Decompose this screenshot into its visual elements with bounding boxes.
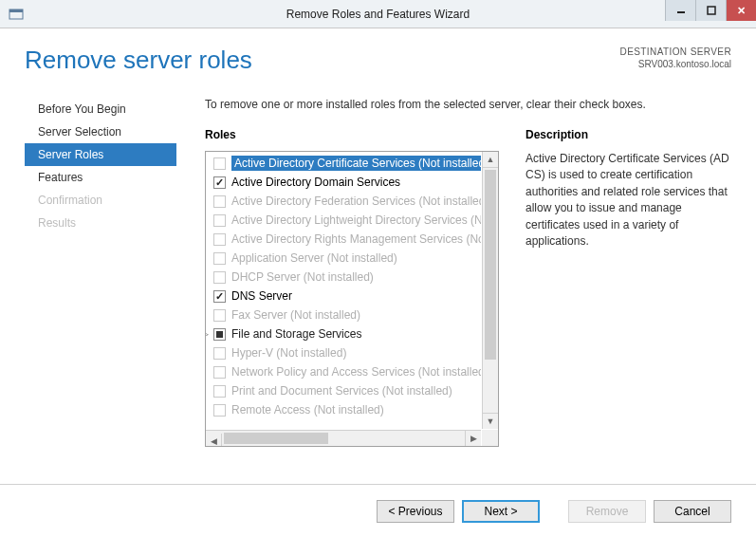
button-bar: < Previous Next > Remove Cancel — [0, 484, 756, 537]
scroll-down-arrow-icon[interactable]: ▼ — [483, 413, 498, 429]
next-button[interactable]: Next > — [462, 500, 540, 523]
role-checkbox[interactable] — [213, 290, 226, 303]
role-row[interactable]: Print and Document Services (Not install… — [206, 381, 481, 400]
close-button[interactable]: ✕ — [726, 0, 756, 21]
window-title: Remove Roles and Features Wizard — [0, 8, 756, 21]
role-label: Remote Access (Not installed) — [231, 403, 384, 417]
role-checkbox — [213, 195, 226, 208]
role-checkbox — [213, 385, 226, 398]
role-checkbox — [213, 157, 226, 170]
scroll-thumb-h[interactable] — [224, 433, 328, 444]
role-checkbox — [213, 271, 226, 284]
scroll-right-arrow-icon[interactable]: ▶ — [465, 431, 481, 447]
role-label: Fax Server (Not installed) — [231, 308, 360, 322]
role-checkbox — [213, 309, 226, 322]
destination-value: SRV003.kontoso.local — [620, 58, 731, 70]
role-label: Active Directory Lightweight Directory S… — [231, 213, 481, 227]
role-label: Active Directory Domain Services — [231, 176, 400, 189]
titlebar: Remove Roles and Features Wizard ✕ — [0, 0, 756, 28]
role-checkbox[interactable] — [213, 176, 226, 189]
svg-rect-1 — [9, 9, 23, 12]
role-row[interactable]: Active Directory Lightweight Directory S… — [206, 211, 481, 230]
scroll-thumb[interactable] — [485, 170, 496, 360]
role-label: Print and Document Services (Not install… — [231, 384, 452, 398]
role-row[interactable]: Hyper-V (Not installed) — [206, 343, 481, 362]
sidebar-item-confirmation: Confirmation — [25, 189, 176, 212]
expand-icon[interactable]: ▷ — [206, 329, 212, 339]
role-row[interactable]: Active Directory Rights Management Servi… — [206, 230, 481, 249]
scroll-corner — [482, 430, 498, 446]
role-label: Active Directory Rights Management Servi… — [231, 232, 481, 246]
role-label: Application Server (Not installed) — [231, 251, 397, 265]
roles-listbox[interactable]: Active Directory Certificate Services (N… — [205, 151, 499, 447]
remove-button: Remove — [568, 500, 646, 523]
role-row[interactable]: Active Directory Domain Services — [206, 173, 481, 192]
svg-rect-3 — [708, 7, 715, 14]
page-title: Remove server roles — [25, 46, 252, 75]
role-label: Hyper-V (Not installed) — [231, 346, 346, 360]
scroll-up-arrow-icon[interactable]: ▲ — [483, 152, 498, 168]
role-checkbox — [213, 366, 226, 379]
app-icon — [8, 6, 25, 23]
role-checkbox — [213, 252, 226, 265]
role-checkbox — [213, 404, 226, 417]
role-label: DHCP Server (Not installed) — [231, 270, 374, 284]
role-row[interactable]: DHCP Server (Not installed) — [206, 268, 481, 287]
instruction-text: To remove one or more installed roles fr… — [205, 98, 731, 111]
sidebar-item-results: Results — [25, 212, 176, 234]
previous-button[interactable]: < Previous — [377, 500, 454, 523]
role-row[interactable]: Remote Access (Not installed) — [206, 400, 481, 419]
role-checkbox — [213, 233, 226, 246]
role-label: Active Directory Federation Services (No… — [231, 194, 481, 208]
role-row[interactable]: Active Directory Certificate Services (N… — [206, 154, 481, 173]
sidebar-item-features[interactable]: Features — [25, 166, 176, 189]
role-checkbox — [213, 214, 226, 227]
sidebar-item-server-roles[interactable]: Server Roles — [25, 143, 176, 166]
role-checkbox[interactable] — [213, 328, 226, 341]
description-text: Active Directory Certificate Services (A… — [526, 151, 731, 250]
maximize-button[interactable] — [695, 0, 726, 21]
roles-heading: Roles — [205, 128, 499, 141]
role-row[interactable]: DNS Server — [206, 287, 481, 306]
description-heading: Description — [526, 128, 731, 141]
role-row[interactable]: Fax Server (Not installed) — [206, 306, 481, 324]
wizard-sidebar: Before You BeginServer SelectionServer R… — [25, 98, 176, 447]
minimize-button[interactable] — [665, 0, 695, 21]
sidebar-item-before-you-begin[interactable]: Before You Begin — [25, 98, 176, 120]
sidebar-item-server-selection[interactable]: Server Selection — [25, 120, 176, 143]
role-row[interactable]: Application Server (Not installed) — [206, 249, 481, 268]
role-label: DNS Server — [231, 289, 292, 303]
destination-server-block: DESTINATION SERVER SRV003.kontoso.local — [620, 46, 731, 70]
role-label: Active Directory Certificate Services (N… — [231, 156, 481, 171]
role-checkbox — [213, 347, 226, 360]
role-label: Network Policy and Access Services (Not … — [231, 365, 481, 379]
role-row[interactable]: Network Policy and Access Services (Not … — [206, 362, 481, 381]
scroll-left-arrow-icon[interactable]: ◀ — [206, 434, 222, 447]
cancel-button[interactable]: Cancel — [654, 500, 731, 523]
role-row[interactable]: ▷File and Storage Services — [206, 324, 481, 343]
role-row[interactable]: Active Directory Federation Services (No… — [206, 192, 481, 211]
role-label: File and Storage Services — [231, 327, 361, 341]
vertical-scrollbar[interactable]: ▲ ▼ — [482, 152, 498, 429]
destination-label: DESTINATION SERVER — [620, 46, 731, 58]
horizontal-scrollbar[interactable]: ◀ ▶ — [206, 430, 481, 446]
